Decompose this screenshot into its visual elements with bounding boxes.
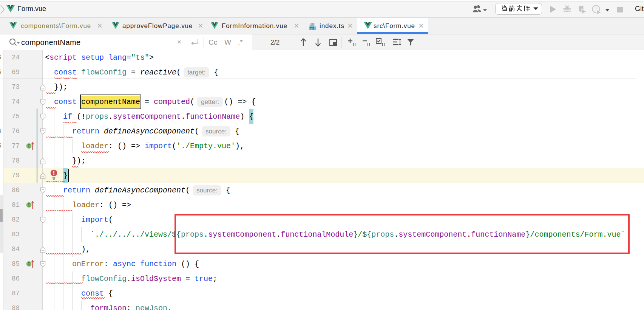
svg-text:TS: TS [310, 26, 314, 30]
